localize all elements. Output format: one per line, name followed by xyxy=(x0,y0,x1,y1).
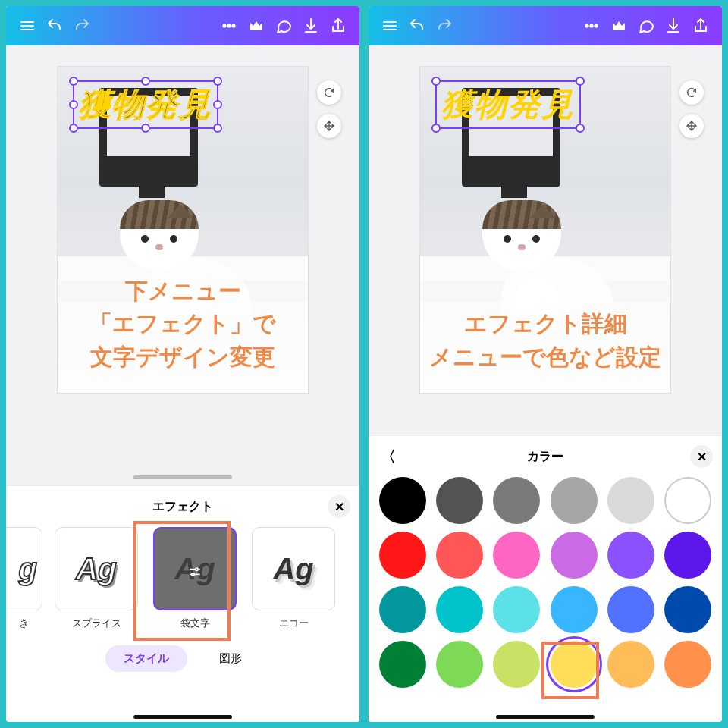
tab-shape[interactable]: 図形 xyxy=(201,645,260,672)
crown-icon[interactable] xyxy=(605,12,632,39)
adjust-icon xyxy=(187,552,202,586)
redo-icon[interactable] xyxy=(431,12,458,39)
color-swatch[interactable] xyxy=(664,532,711,579)
color-swatch[interactable] xyxy=(551,532,598,579)
color-swatch[interactable] xyxy=(607,641,654,688)
panel-title: エフェクト xyxy=(152,499,213,515)
color-swatch[interactable] xyxy=(436,477,483,524)
effect-tabs: スタイル 図形 xyxy=(12,645,353,672)
effects-panel: エフェクト ✕ g き Ag スプライス Ag 袋文字 Ag エコー スタイル xyxy=(6,485,359,722)
undo-icon[interactable] xyxy=(403,12,431,39)
back-icon[interactable]: 〈 xyxy=(381,447,396,467)
color-swatch[interactable] xyxy=(607,586,654,633)
more-icon[interactable] xyxy=(215,12,243,39)
color-swatch[interactable] xyxy=(493,641,540,688)
color-swatch[interactable] xyxy=(436,586,483,633)
color-swatch[interactable] xyxy=(379,641,426,688)
undo-icon[interactable] xyxy=(41,12,68,39)
menu-icon[interactable] xyxy=(376,12,403,39)
artboard[interactable]: 獲物発見 エフェクト詳細 メニューで色など設定 xyxy=(420,67,670,393)
top-toolbar xyxy=(6,6,359,46)
phone-left: 獲物発見 下メニュー 「エフェクト」で 文字デザイン変更 エフェクト ✕ g き… xyxy=(6,6,359,722)
text-content[interactable]: 獲物発見 xyxy=(79,86,212,122)
text-element-selected[interactable]: 獲物発見 xyxy=(73,80,218,129)
color-swatch[interactable] xyxy=(493,532,540,579)
svg-point-0 xyxy=(223,24,225,27)
phone-right: 獲物発見 エフェクト詳細 メニューで色など設定 〈 カラー ✕ xyxy=(369,6,722,722)
color-swatch[interactable] xyxy=(436,532,483,579)
artboard[interactable]: 獲物発見 下メニュー 「エフェクト」で 文字デザイン変更 xyxy=(58,67,308,393)
text-content[interactable]: 獲物発見 xyxy=(441,86,575,122)
download-icon[interactable] xyxy=(297,12,325,39)
comment-icon[interactable] xyxy=(270,12,297,39)
effect-option-splice[interactable]: Ag スプライス xyxy=(52,527,141,630)
color-swatch[interactable] xyxy=(493,586,540,633)
color-swatch[interactable] xyxy=(551,586,598,633)
canvas-area[interactable]: 獲物発見 下メニュー 「エフェクト」で 文字デザイン変更 xyxy=(6,46,359,485)
close-icon[interactable]: ✕ xyxy=(328,495,350,518)
svg-point-3 xyxy=(196,568,198,570)
color-swatch[interactable] xyxy=(551,641,598,688)
crown-icon[interactable] xyxy=(243,12,270,39)
svg-point-4 xyxy=(192,573,194,575)
color-swatch[interactable] xyxy=(664,477,711,524)
color-swatch[interactable] xyxy=(664,641,711,688)
rotate-button[interactable] xyxy=(679,80,704,105)
color-swatch[interactable] xyxy=(379,586,426,633)
download-icon[interactable] xyxy=(660,12,687,39)
comment-icon[interactable] xyxy=(632,12,660,39)
color-swatch[interactable] xyxy=(436,641,483,688)
color-swatch[interactable] xyxy=(607,477,654,524)
effect-option[interactable]: g き xyxy=(6,527,42,630)
color-swatch[interactable] xyxy=(493,477,540,524)
svg-point-6 xyxy=(590,24,592,27)
canvas-area[interactable]: 獲物発見 エフェクト詳細 メニューで色など設定 xyxy=(369,46,722,435)
home-indicator xyxy=(133,475,232,479)
color-swatch[interactable] xyxy=(664,586,711,633)
color-grid xyxy=(375,477,716,688)
color-panel: 〈 カラー ✕ xyxy=(369,435,722,722)
effects-list[interactable]: g き Ag スプライス Ag 袋文字 Ag エコー xyxy=(6,527,359,630)
redo-icon[interactable] xyxy=(68,12,96,39)
panel-title: カラー xyxy=(527,449,563,465)
svg-point-7 xyxy=(595,24,597,27)
menu-icon[interactable] xyxy=(14,12,41,39)
svg-point-1 xyxy=(228,24,230,27)
svg-point-2 xyxy=(232,24,234,27)
close-icon[interactable]: ✕ xyxy=(690,445,713,468)
share-icon[interactable] xyxy=(687,12,714,39)
svg-point-5 xyxy=(585,24,588,27)
color-swatch[interactable] xyxy=(379,477,426,524)
tab-style[interactable]: スタイル xyxy=(105,645,187,672)
color-swatch[interactable] xyxy=(379,532,426,579)
share-icon[interactable] xyxy=(325,12,352,39)
color-swatch[interactable] xyxy=(551,477,598,524)
home-indicator xyxy=(496,715,595,719)
move-button[interactable] xyxy=(679,114,704,138)
top-toolbar xyxy=(369,6,722,46)
more-icon[interactable] xyxy=(578,12,605,39)
color-swatch[interactable] xyxy=(607,532,654,579)
move-button[interactable] xyxy=(317,114,341,138)
text-element-selected[interactable]: 獲物発見 xyxy=(435,80,581,129)
rotate-button[interactable] xyxy=(317,80,341,105)
home-indicator xyxy=(133,715,232,719)
effect-option-echo[interactable]: Ag エコー xyxy=(249,527,338,630)
effect-option-outline[interactable]: Ag 袋文字 xyxy=(150,527,240,630)
